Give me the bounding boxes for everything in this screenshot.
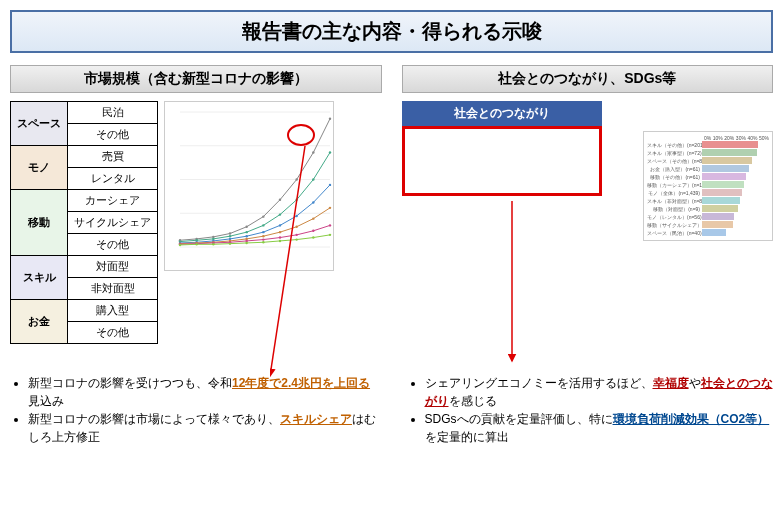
svg-point-56 (195, 243, 197, 245)
svg-point-62 (295, 238, 297, 240)
svg-point-22 (295, 199, 297, 201)
svg-point-63 (312, 236, 314, 238)
page-title: 報告書の主な内容・得られる示唆 (10, 10, 773, 53)
svg-point-11 (279, 199, 281, 201)
svg-point-59 (245, 242, 247, 244)
sub-cell: その他 (68, 124, 158, 146)
svg-point-50 (262, 238, 264, 240)
svg-point-18 (229, 235, 231, 237)
svg-point-42 (295, 226, 297, 228)
svg-point-44 (329, 207, 331, 209)
svg-point-8 (229, 232, 231, 234)
cat-cell: スペース (11, 102, 68, 146)
bar-row: スキル（家事型）(n=72) (647, 149, 769, 156)
bar-row: 移動（その他）(n=61) (647, 173, 769, 180)
line-chart: 期初予測期初予測期初予測期初予測期初予測期初予測期初予測期初予測期初予測期初予測 (164, 101, 334, 271)
bar-row: モノ（全体）(n=1,439) (647, 189, 769, 196)
bullet: 新型コロナの影響を受けつつも、令和12年度で2.4兆円を上回る見込み (28, 374, 377, 410)
svg-point-64 (329, 234, 331, 236)
sub-cell: 民泊 (68, 102, 158, 124)
highlight-circle (287, 124, 315, 146)
bar-row: スキル（非対面型）(n=86) (647, 197, 769, 204)
right-arrow (492, 201, 532, 371)
sub-cell: カーシェア (68, 190, 158, 212)
bar-row: お金（購入型）(n=61) (647, 165, 769, 172)
right-bullets: シェアリングエコノミーを活用するほど、幸福度や社会とのつながりを感じる SDGs… (407, 374, 774, 446)
sub-cell: 非対面型 (68, 278, 158, 300)
svg-point-60 (262, 241, 264, 243)
sub-cell: レンタル (68, 168, 158, 190)
bullet: SDGsへの貢献を定量評価し、特に環境負荷削減効果（CO2等）を定量的に算出 (425, 410, 774, 446)
svg-point-20 (262, 224, 264, 226)
svg-point-57 (212, 243, 214, 245)
svg-point-9 (245, 226, 247, 228)
svg-point-41 (279, 231, 281, 233)
cat-cell: モノ (11, 146, 68, 190)
sub-cell: 対面型 (68, 256, 158, 278)
left-content: スペース民泊 その他 モノ売買 レンタル 移動カーシェア サイクルシェア その他… (10, 101, 382, 344)
sub-cell: その他 (68, 234, 158, 256)
social-header: 社会とのつながり (402, 101, 602, 126)
cat-cell: 移動 (11, 190, 68, 256)
svg-point-31 (279, 224, 281, 226)
right-column: 社会とのつながり、SDGs等 社会とのつながり 0%10%20%30%40%50… (402, 65, 774, 344)
svg-point-10 (262, 215, 264, 217)
svg-point-54 (329, 224, 331, 226)
svg-point-32 (295, 215, 297, 217)
svg-point-29 (245, 235, 247, 237)
category-table: スペース民泊 その他 モノ売買 レンタル 移動カーシェア サイクルシェア その他… (10, 101, 158, 344)
svg-point-52 (295, 234, 297, 236)
bullet: シェアリングエコノミーを活用するほど、幸福度や社会とのつながりを感じる (425, 374, 774, 410)
svg-point-24 (329, 151, 331, 153)
bar-row: 移動（カーシェア）(n=179) (647, 181, 769, 188)
cat-cell: お金 (11, 300, 68, 344)
sub-cell: サイクルシェア (68, 212, 158, 234)
left-section-header: 市場規模（含む新型コロナの影響） (10, 65, 382, 93)
svg-point-51 (279, 236, 281, 238)
cat-cell: スキル (11, 256, 68, 300)
svg-point-40 (262, 235, 264, 237)
sub-cell: 売買 (68, 146, 158, 168)
sub-cell: 購入型 (68, 300, 158, 322)
right-section-header: 社会とのつながり、SDGs等 (402, 65, 774, 93)
svg-point-13 (312, 151, 314, 153)
svg-point-21 (279, 213, 281, 215)
bar-row: 移動（対面型）(n=9) (647, 205, 769, 212)
bar-row: モノ（レンタル）(n=56) (647, 213, 769, 220)
left-column: 市場規模（含む新型コロナの影響） スペース民泊 その他 モノ売買 レンタル 移動… (10, 65, 382, 344)
svg-point-55 (179, 244, 181, 246)
right-content: 社会とのつながり 0%10%20%30%40%50% スキル（その他）(n=20… (402, 101, 774, 301)
bar-row: スキル（その他）(n=201) (647, 141, 769, 148)
highlight-box (402, 126, 602, 196)
bar-row: スペース（民泊）(n=40) (647, 229, 769, 236)
svg-point-61 (279, 240, 281, 242)
left-bullets: 新型コロナの影響を受けつつも、令和12年度で2.4兆円を上回る見込み 新型コロナ… (10, 374, 377, 446)
bullet: 新型コロナの影響は市場によって様々であり、スキルシェアはむしろ上方修正 (28, 410, 377, 446)
svg-point-53 (312, 230, 314, 232)
svg-point-12 (295, 178, 297, 180)
bar-chart: 0%10%20%30%40%50% スキル（その他）(n=201)スキル（家事型… (643, 131, 773, 241)
svg-point-30 (262, 231, 264, 233)
svg-point-33 (312, 201, 314, 203)
svg-point-23 (312, 178, 314, 180)
svg-point-34 (329, 184, 331, 186)
main-columns: 市場規模（含む新型コロナの影響） スペース民泊 その他 モノ売買 レンタル 移動… (10, 65, 773, 344)
svg-point-14 (329, 118, 331, 120)
bar-row: スペース（その他）(n=80) (647, 157, 769, 164)
bar-row: 移動（サイクルシェア）(n=58) (647, 221, 769, 228)
bottom-text: 新型コロナの影響を受けつつも、令和12年度で2.4兆円を上回る見込み 新型コロナ… (10, 374, 773, 446)
svg-point-58 (229, 242, 231, 244)
svg-point-19 (245, 231, 247, 233)
svg-point-43 (312, 217, 314, 219)
sub-cell: その他 (68, 322, 158, 344)
